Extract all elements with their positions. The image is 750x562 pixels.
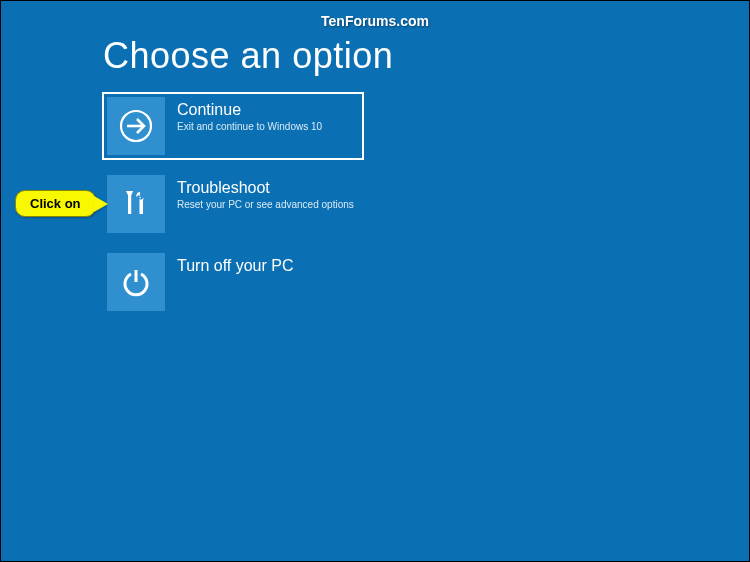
arrow-right-icon (107, 97, 165, 155)
svg-marker-3 (126, 191, 133, 195)
power-icon (107, 253, 165, 311)
option-desc: Reset your PC or see advanced options (177, 199, 354, 211)
callout-arrow-icon (94, 196, 108, 212)
tools-icon (107, 175, 165, 233)
option-continue[interactable]: Continue Exit and continue to Windows 10 (103, 93, 363, 159)
option-turn-off[interactable]: Turn off your PC (103, 249, 363, 315)
watermark-text: TenForums.com (321, 13, 429, 29)
option-text: Continue Exit and continue to Windows 10 (177, 97, 322, 133)
options-list: Continue Exit and continue to Windows 10… (103, 93, 363, 327)
option-title: Continue (177, 101, 322, 119)
option-title: Troubleshoot (177, 179, 354, 197)
callout-annotation: Click on (15, 190, 108, 217)
option-text: Turn off your PC (177, 253, 294, 277)
svg-rect-2 (128, 194, 131, 214)
page-title: Choose an option (103, 35, 393, 77)
option-troubleshoot[interactable]: Troubleshoot Reset your PC or see advanc… (103, 171, 363, 237)
callout-label: Click on (15, 190, 96, 217)
option-desc: Exit and continue to Windows 10 (177, 121, 322, 133)
option-title: Turn off your PC (177, 257, 294, 275)
option-text: Troubleshoot Reset your PC or see advanc… (177, 175, 354, 211)
